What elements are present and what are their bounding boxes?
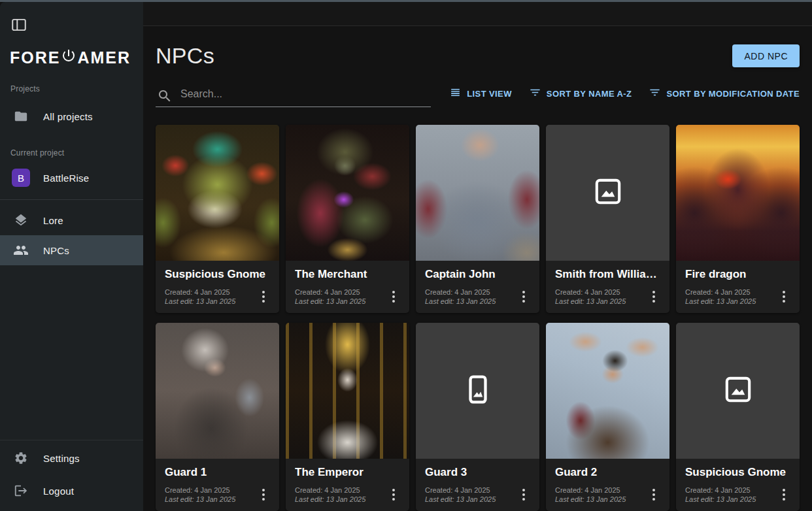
npc-title: Guard 1	[165, 466, 270, 479]
card-body: The Emperor Created: 4 Jan 2025 Last edi…	[286, 459, 409, 504]
sidebar-item-logout[interactable]: Logout	[0, 476, 143, 506]
npc-card[interactable]: Smith from Willia… Created: 4 Jan 2025 L…	[546, 125, 669, 313]
npc-title: The Emperor	[295, 466, 400, 479]
sidebar-item-label: Settings	[43, 453, 80, 464]
npc-card[interactable]: Captain John Created: 4 Jan 2025 Last ed…	[416, 125, 539, 313]
card-menu-button[interactable]	[517, 485, 530, 504]
card-body: Guard 1 Created: 4 Jan 2025 Last edit: 1…	[156, 459, 279, 504]
sidebar-toggle-button[interactable]	[10, 16, 29, 35]
search-input[interactable]	[156, 83, 431, 107]
list-view-button[interactable]: LIST VIEW	[449, 86, 512, 101]
split-panel-icon	[10, 24, 27, 35]
npc-created: Created: 4 Jan 2025	[425, 486, 496, 495]
npc-title: Suspicious Gnome	[165, 268, 270, 281]
card-body: The Merchant Created: 4 Jan 2025 Last ed…	[286, 261, 409, 306]
card-menu-button[interactable]	[517, 287, 530, 306]
card-menu-button[interactable]	[387, 485, 400, 504]
npc-last-edit: Last edit: 13 Jan 2025	[165, 297, 235, 306]
page-header: NPCs ADD NPC	[156, 43, 800, 69]
npc-image-placeholder	[676, 323, 800, 459]
sort-by-date-button[interactable]: SORT BY MODIFICATION DATE	[649, 86, 800, 101]
npc-card[interactable]: Suspicious Gnome Created: 4 Jan 2025 Las…	[156, 125, 279, 313]
npc-last-edit: Last edit: 13 Jan 2025	[555, 495, 626, 504]
current-project-section-label: Current project	[10, 148, 143, 157]
npc-card[interactable]: The Emperor Created: 4 Jan 2025 Last edi…	[286, 323, 409, 511]
npc-last-edit: Last edit: 13 Jan 2025	[685, 495, 756, 504]
npc-last-edit: Last edit: 13 Jan 2025	[295, 297, 365, 306]
card-body: Smith from Willia… Created: 4 Jan 2025 L…	[546, 261, 669, 306]
npc-card[interactable]: Fire dragon Created: 4 Jan 2025 Last edi…	[676, 125, 800, 313]
image-mountains-icon	[463, 374, 493, 407]
add-npc-button[interactable]: ADD NPC	[732, 44, 800, 67]
npc-image	[416, 125, 539, 261]
npc-created: Created: 4 Jan 2025	[555, 288, 626, 297]
list-lines-icon	[449, 86, 462, 101]
npc-title: Fire dragon	[685, 268, 790, 281]
card-menu-button[interactable]	[387, 287, 400, 306]
sort-by-name-button[interactable]: SORT BY NAME A-Z	[529, 86, 632, 101]
list-view-label: LIST VIEW	[467, 89, 512, 99]
npc-title: The Merchant	[295, 268, 400, 281]
filter-lines-icon	[649, 86, 661, 101]
people-icon	[13, 242, 29, 258]
card-menu-button[interactable]	[777, 485, 790, 504]
npc-card[interactable]: The Merchant Created: 4 Jan 2025 Last ed…	[286, 125, 409, 313]
npc-card[interactable]: Guard 3 Created: 4 Jan 2025 Last edit: 1…	[416, 323, 539, 511]
sidebar-divider	[0, 199, 143, 200]
npc-card[interactable]: Guard 1 Created: 4 Jan 2025 Last edit: 1…	[156, 323, 279, 511]
card-menu-button[interactable]	[777, 287, 790, 306]
npc-image	[286, 125, 409, 261]
sidebar-item-label: Logout	[43, 486, 74, 497]
image-mountains-icon	[724, 375, 753, 406]
sidebar-item-settings[interactable]: Settings	[0, 443, 143, 473]
card-menu-button[interactable]	[647, 485, 660, 504]
npc-image	[676, 125, 800, 261]
npc-title: Smith from Willia…	[555, 268, 660, 281]
npc-last-edit: Last edit: 13 Jan 2025	[685, 297, 756, 306]
exit-arrow-icon	[13, 483, 29, 499]
npc-last-edit: Last edit: 13 Jan 2025	[295, 495, 365, 504]
npc-image	[546, 323, 669, 459]
npc-created: Created: 4 Jan 2025	[295, 288, 365, 297]
npc-title: Captain John	[425, 268, 530, 281]
npc-created: Created: 4 Jan 2025	[685, 288, 756, 297]
app-logo: FORE AMER	[10, 48, 143, 67]
card-menu-button[interactable]	[257, 485, 270, 504]
sidebar-item-all-projects[interactable]: All projects	[0, 101, 143, 131]
sidebar-bottom-group: Settings Logout	[0, 440, 143, 511]
card-body: Suspicious Gnome Created: 4 Jan 2025 Las…	[156, 261, 279, 306]
project-name: BattleRise	[43, 173, 89, 184]
card-body: Fire dragon Created: 4 Jan 2025 Last edi…	[676, 261, 800, 306]
logo-text-prefix: FORE	[10, 48, 60, 67]
app-window: FORE AMER Projects All projects Current …	[0, 0, 812, 511]
npc-image	[156, 125, 279, 261]
sidebar-item-label: All projects	[43, 111, 93, 122]
magnifier-icon	[157, 88, 173, 107]
npc-grid: Suspicious Gnome Created: 4 Jan 2025 Las…	[156, 125, 800, 511]
npc-created: Created: 4 Jan 2025	[685, 486, 756, 495]
card-menu-button[interactable]	[257, 287, 270, 306]
sidebar-item-label: Lore	[43, 215, 63, 226]
npc-title: Suspicious Gnome	[685, 466, 790, 479]
gear-icon	[13, 450, 29, 466]
filter-lines-icon	[529, 86, 541, 101]
image-mountains-icon	[594, 177, 622, 208]
main-area: NPCs ADD NPC LIST VIEW	[143, 2, 812, 511]
folder-icon	[13, 108, 29, 124]
npc-last-edit: Last edit: 13 Jan 2025	[555, 297, 626, 306]
npc-image-placeholder	[416, 323, 539, 459]
search-field	[156, 83, 431, 107]
card-body: Suspicious Gnome Created: 4 Jan 2025 Las…	[676, 459, 800, 504]
sidebar-item-label: NPCs	[43, 245, 69, 256]
projects-section-label: Projects	[10, 84, 143, 93]
card-menu-button[interactable]	[647, 287, 660, 306]
npc-title: Guard 2	[555, 466, 660, 479]
npc-card[interactable]: Suspicious Gnome Created: 4 Jan 2025 Las…	[676, 323, 800, 511]
sidebar-item-npcs[interactable]: NPCs	[0, 235, 143, 265]
npc-created: Created: 4 Jan 2025	[165, 486, 235, 495]
npc-card[interactable]: Guard 2 Created: 4 Jan 2025 Last edit: 1…	[546, 323, 669, 511]
npc-created: Created: 4 Jan 2025	[425, 288, 496, 297]
sidebar-item-current-project[interactable]: B BattleRise	[0, 163, 143, 193]
npc-created: Created: 4 Jan 2025	[295, 486, 365, 495]
sidebar-item-lore[interactable]: Lore	[0, 205, 143, 235]
